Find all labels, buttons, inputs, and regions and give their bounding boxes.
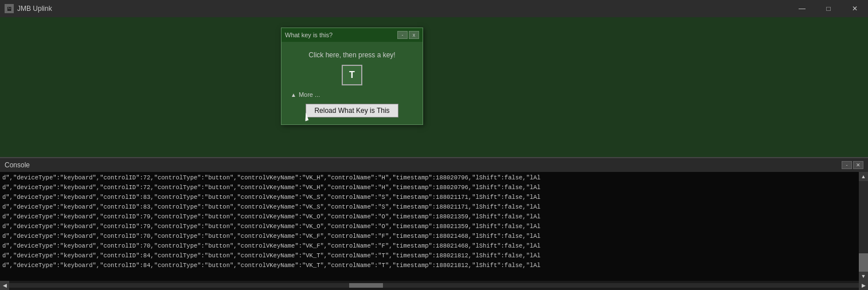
app-title: JMB Uplink [17,5,52,13]
minimize-button[interactable]: — [789,0,815,17]
console-line-6: d","deviceType":"keyboard","controlID":7… [2,232,866,241]
dialog-titlebar-controls: - x [397,31,419,39]
dialog-close-button[interactable]: x [409,31,419,39]
console-line-1: d","deviceType":"keyboard","controlID":7… [2,183,866,193]
console-title-controls: - ✕ [842,161,863,169]
dialog-minimize-button[interactable]: - [397,31,408,39]
more-label: More ... [299,91,320,98]
hscroll-track[interactable] [9,283,859,288]
console-vertical-scrollbar[interactable]: ▲ ▼ [859,172,868,281]
console-panel: Console - ✕ d","deviceType":"keyboard","… [0,157,868,290]
vscroll-thumb[interactable] [859,253,868,272]
reload-button[interactable]: Reload What Key is This [306,104,398,117]
console-line-5: d","deviceType":"keyboard","controlID":7… [2,222,866,232]
console-minimize-button[interactable]: - [842,161,852,169]
console-title: Console [5,161,30,169]
vscroll-up-arrow[interactable]: ▲ [859,172,868,181]
more-arrow-icon: ▲ [291,92,296,98]
dialog-content: Click here, then press a key! T ▲ More .… [281,42,423,124]
click-instruction[interactable]: Click here, then press a key! [308,51,395,59]
titlebar-controls: — □ ✕ [789,0,868,17]
hscroll-left-arrow[interactable]: ◀ [0,281,9,290]
vscroll-down-arrow[interactable]: ▼ [859,272,868,281]
dialog-title: What key is this? [285,32,333,38]
console-line-0: d","deviceType":"keyboard","controlID":7… [2,173,866,183]
key-display-box[interactable]: T [342,65,362,85]
hscroll-right-arrow[interactable]: ▶ [859,281,868,290]
console-line-9: d","deviceType":"keyboard","controlID":8… [2,261,866,271]
vscroll-track[interactable] [859,181,868,272]
app-icon: 🖥 [5,4,14,13]
dialog-window: What key is this? - x Click here, then p… [281,28,423,125]
hscroll-thumb[interactable] [349,283,383,288]
console-titlebar: Console - ✕ [0,158,868,172]
console-line-2: d","deviceType":"keyboard","controlID":8… [2,193,866,202]
dialog-titlebar: What key is this? - x [281,28,423,42]
console-line-3: d","deviceType":"keyboard","controlID":8… [2,202,866,212]
close-button[interactable]: ✕ [842,0,868,17]
console-line-7: d","deviceType":"keyboard","controlID":7… [2,241,866,251]
console-line-8: d","deviceType":"keyboard","controlID":8… [2,251,866,261]
more-section[interactable]: ▲ More ... [291,91,320,98]
maximize-button[interactable]: □ [815,0,842,17]
console-horizontal-scrollbar[interactable]: ◀ ▶ [0,281,868,290]
console-content: d","deviceType":"keyboard","controlID":7… [0,172,868,281]
console-line-4: d","deviceType":"keyboard","controlID":7… [2,212,866,222]
console-close-button[interactable]: ✕ [853,161,863,169]
app-titlebar: 🖥 JMB Uplink — □ ✕ [0,0,868,17]
